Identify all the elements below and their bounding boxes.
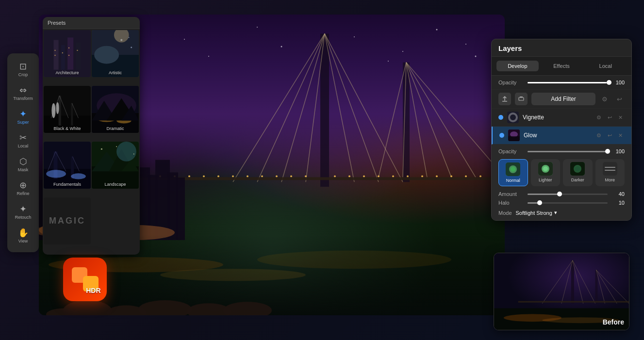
blend-mode-darker[interactable]: Darker	[563, 159, 593, 186]
hdr-app-icon[interactable]: HDR	[63, 258, 107, 301]
darker-blend-icon	[570, 162, 585, 176]
undo-btn[interactable]: ↩	[614, 94, 625, 104]
blend-mode-lighter[interactable]: Lighter	[531, 159, 561, 186]
svg-rect-98	[67, 37, 73, 69]
toolbar-view[interactable]: ✋ View	[7, 225, 39, 247]
magic-text: MAGIC	[49, 197, 85, 244]
glow-settings-btn[interactable]: ⚙	[594, 131, 603, 140]
vignette-delete-btn[interactable]: ✕	[616, 113, 625, 122]
halo-thumb	[537, 200, 542, 205]
svg-point-60	[160, 269, 306, 281]
crop-icon: ⊡	[19, 62, 27, 71]
toolbar-crop-label: Crop	[18, 72, 28, 77]
glow-layer-row[interactable]: Glow ⚙ ↩ ✕	[492, 127, 631, 145]
gear-settings-btn[interactable]: ⚙	[599, 94, 610, 104]
toolbar-refine[interactable]: ⊕ Refine	[7, 177, 39, 200]
amount-row: Amount 40	[498, 191, 625, 197]
toolbar-crop[interactable]: ⊡ Crop	[7, 58, 39, 81]
normal-blend-label: Normal	[506, 178, 520, 183]
svg-rect-105	[77, 50, 78, 51]
mode-value-text: Softlight Strong	[516, 210, 552, 216]
svg-point-161	[543, 166, 548, 171]
add-filter-row: Add Filter ⚙ ↩	[492, 90, 631, 109]
preset-artistic[interactable]: Artistic	[92, 30, 139, 77]
vignette-layer-actions: ⚙ ↩ ✕	[594, 113, 625, 122]
toolbar-retouch[interactable]: ✦ Retouch	[7, 201, 39, 224]
amount-thumb	[557, 192, 562, 196]
amount-label: Amount	[498, 191, 523, 197]
opacity-slider-thumb	[607, 80, 611, 85]
vignette-thumb-icon	[507, 112, 519, 123]
svg-point-64	[138, 300, 192, 315]
preset-fundamentals[interactable]: Fundamentals	[44, 142, 91, 189]
upload-icon-btn[interactable]	[498, 93, 511, 105]
halo-fill	[528, 202, 540, 204]
halo-track	[528, 202, 608, 204]
vignette-thumbnail	[507, 112, 519, 123]
svg-point-80	[475, 56, 477, 57]
toolbar-mask[interactable]: ⬡ Mask	[7, 153, 39, 176]
more-icon-svg	[603, 162, 617, 176]
add-filter-button[interactable]: Add Filter	[531, 93, 595, 105]
vignette-layer-row[interactable]: Vignette ⚙ ↩ ✕	[492, 109, 631, 127]
svg-point-138	[71, 173, 86, 179]
preset-landscape[interactable]: Landscape	[92, 142, 139, 189]
svg-point-76	[465, 44, 466, 45]
opacity-slider-track[interactable]	[528, 82, 611, 83]
glow-opacity-slider[interactable]	[528, 148, 608, 154]
tab-develop[interactable]: Develop	[496, 61, 539, 71]
vignette-reset-btn[interactable]: ↩	[605, 113, 614, 122]
svg-rect-155	[508, 136, 520, 141]
mode-label: Mode	[498, 210, 512, 216]
svg-point-78	[184, 39, 185, 40]
more-blend-label: More	[605, 178, 615, 182]
vignette-visibility-dot[interactable]	[498, 115, 503, 120]
svg-point-120	[51, 103, 55, 118]
toolbar-local-label: Local	[18, 144, 29, 148]
toolbar-super[interactable]: ✦ Super	[7, 106, 39, 129]
preset-dramatic[interactable]: Dramatic	[92, 86, 139, 133]
glow-opacity-value: 100	[612, 148, 625, 154]
tab-effects[interactable]: Effects	[541, 61, 583, 71]
layers-tabs: Develop Effects Local	[492, 57, 631, 76]
svg-point-146	[116, 146, 117, 147]
svg-rect-96	[53, 40, 58, 69]
toolbar-local[interactable]: ✂ Local	[7, 130, 39, 152]
preset-artistic-label: Artistic	[92, 70, 139, 75]
opacity-slider-fill	[528, 82, 611, 83]
svg-rect-104	[68, 55, 69, 56]
preset-fundamentals-label: Fundamentals	[44, 182, 91, 187]
amount-fill	[528, 194, 560, 195]
glow-opacity-track	[528, 151, 608, 152]
preset-magic[interactable]: MAGIC MAGIC	[44, 197, 91, 244]
vignette-settings-btn[interactable]: ⚙	[594, 113, 603, 122]
blend-modes-grid: Normal Lighter	[498, 159, 625, 186]
glow-delete-btn[interactable]: ✕	[616, 131, 625, 140]
svg-point-79	[388, 61, 389, 62]
tab-local[interactable]: Local	[584, 61, 627, 71]
blend-mode-more[interactable]: More	[595, 159, 625, 186]
glow-visibility-dot[interactable]	[499, 133, 504, 138]
svg-point-74	[402, 51, 403, 52]
layer-icon-btn[interactable]	[515, 93, 528, 105]
preset-bw[interactable]: Black & White	[44, 86, 91, 133]
presets-grid: Architecture Artistic	[43, 29, 140, 253]
amount-slider-container[interactable]	[528, 191, 608, 197]
glow-reset-btn[interactable]: ↩	[605, 131, 614, 140]
layers-icon	[518, 96, 525, 102]
svg-rect-116	[71, 103, 73, 126]
halo-label: Halo	[498, 200, 523, 206]
glow-opacity-fill	[528, 151, 608, 152]
svg-rect-99	[76, 43, 81, 70]
preset-magic-thumb: MAGIC	[44, 197, 91, 244]
toolbar-mask-label: Mask	[18, 167, 29, 172]
halo-value: 10	[612, 200, 625, 206]
svg-point-66	[223, 302, 272, 315]
blend-mode-normal[interactable]: Normal	[498, 159, 528, 186]
toolbar-transform[interactable]: ⇔ Transform	[7, 82, 39, 105]
preset-architecture[interactable]: Architecture	[44, 30, 91, 77]
presets-header: Presets	[43, 17, 140, 29]
halo-slider-container[interactable]	[528, 200, 608, 206]
mode-value-btn[interactable]: Softlight Strong ▾	[516, 210, 557, 216]
local-icon: ✂	[19, 133, 27, 142]
